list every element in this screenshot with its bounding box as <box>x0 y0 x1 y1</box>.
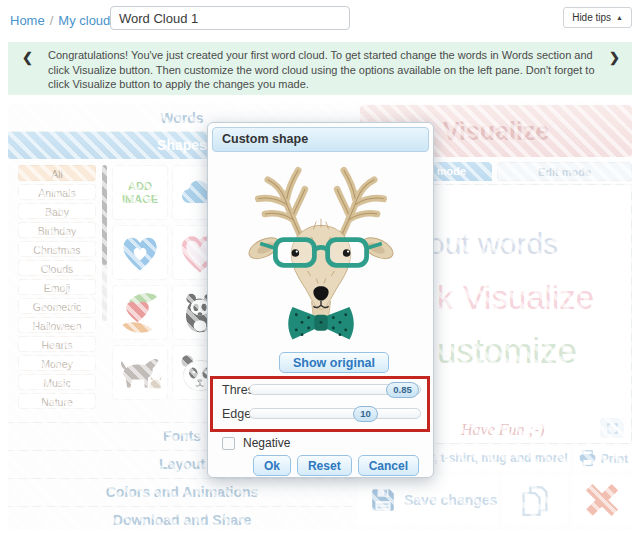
edges-slider-handle[interactable]: 10 <box>353 406 378 422</box>
breadcrumb-home-link[interactable]: Home <box>10 13 45 28</box>
canvas-word-have-fun: Have Fun ;-) <box>461 421 545 439</box>
custom-shape-dialog: Custom shape <box>207 122 434 478</box>
printer-icon <box>578 450 597 467</box>
reset-button[interactable]: Reset <box>297 455 352 476</box>
threshold-slider-track[interactable]: 0.85 <box>249 384 421 395</box>
edges-slider-track[interactable]: 10 <box>249 408 421 419</box>
hipster-deer-image <box>226 157 416 347</box>
canvas-word-fragment: ustomize <box>437 331 577 371</box>
category-item-animals[interactable]: Animals <box>18 184 96 200</box>
wordcloud-editor-page: Home/My clouds/ Hide tips ▲ ❮ Congratula… <box>0 0 640 548</box>
section-header-download-share[interactable]: Download and Share <box>8 506 356 533</box>
category-item-baby[interactable]: Baby <box>18 203 96 219</box>
breadcrumb-separator: / <box>50 13 54 28</box>
add-image-label: ADD IMAGE <box>113 180 167 206</box>
duplicate-button[interactable] <box>502 475 568 525</box>
threshold-slider-row: Threshold 0.85 <box>208 382 433 398</box>
category-item-halloween[interactable]: Halloween <box>18 317 96 333</box>
chevron-up-icon: ▲ <box>616 14 623 21</box>
section-header-colors-animations[interactable]: Colors and Animations <box>8 478 356 505</box>
category-item-money[interactable]: Money <box>18 355 96 371</box>
blue-heart-shape-icon <box>119 233 161 273</box>
save-changes-label: Save changes <box>404 492 497 508</box>
category-item-nature[interactable]: Nature <box>18 393 96 409</box>
shape-tile-blue-heart[interactable] <box>112 225 168 280</box>
negative-checkbox[interactable] <box>222 437 235 450</box>
copy-pages-icon <box>520 484 550 516</box>
hands-heart-shape-icon <box>119 290 161 336</box>
shape-tile-hands-heart[interactable] <box>112 285 168 340</box>
negative-label: Negative <box>243 436 290 450</box>
tab-edit-mode[interactable]: Edit mode <box>497 162 632 181</box>
ok-button[interactable]: Ok <box>253 455 291 476</box>
tip-prev-arrow[interactable]: ❮ <box>22 50 33 65</box>
expand-icon <box>606 422 619 435</box>
canvas-word-fragment: k Visualize <box>437 279 594 317</box>
category-item-all[interactable]: All <box>18 165 96 181</box>
save-changes-button[interactable]: Save changes <box>358 475 498 525</box>
print-label: Print <box>601 452 628 466</box>
shape-category-list: All Animals Baby Birthday Christmas Clou… <box>18 165 96 412</box>
hide-tips-label: Hide tips <box>572 12 611 23</box>
red-x-icon <box>586 484 618 516</box>
dialog-title: Custom shape <box>212 127 429 152</box>
cancel-button[interactable]: Cancel <box>358 455 419 476</box>
cloud-title-input[interactable] <box>110 6 350 30</box>
tip-next-arrow[interactable]: ❯ <box>609 50 620 65</box>
show-original-button[interactable]: Show original <box>279 352 389 373</box>
category-scrollbar <box>102 165 107 321</box>
fullscreen-button[interactable] <box>600 418 624 438</box>
add-image-tile[interactable]: ADD IMAGE <box>112 165 168 220</box>
edges-slider-row: Edges 10 <box>208 406 433 422</box>
breadcrumb-my-clouds-link[interactable]: My clouds <box>58 13 117 28</box>
category-item-geometric[interactable]: Geometric <box>18 298 96 314</box>
print-button[interactable]: Print <box>574 446 632 471</box>
floppy-disk-icon <box>370 487 396 513</box>
tip-text: Congratulations! You've just created you… <box>48 48 600 92</box>
canvas-word-fragment: out words <box>428 227 558 261</box>
dog-shape-icon <box>116 353 164 393</box>
threshold-slider-handle[interactable]: 0.85 <box>386 382 419 398</box>
category-item-hearts[interactable]: Hearts <box>18 336 96 352</box>
category-item-clouds[interactable]: Clouds <box>18 260 96 276</box>
dialog-footer: Ok Reset Cancel <box>253 455 419 476</box>
category-item-christmas[interactable]: Christmas <box>18 241 96 257</box>
shape-preview <box>224 155 418 349</box>
category-scrollbar-thumb[interactable] <box>102 165 107 265</box>
category-item-music[interactable]: Music <box>18 374 96 390</box>
tips-banner: ❮ Congratulations! You've just created y… <box>8 42 632 95</box>
category-item-birthday[interactable]: Birthday <box>18 222 96 238</box>
negative-option-row: Negative <box>222 436 290 450</box>
shape-tile-dog[interactable] <box>112 345 168 400</box>
hide-tips-button[interactable]: Hide tips ▲ <box>563 7 632 28</box>
delete-button[interactable] <box>572 475 632 525</box>
category-item-emoji[interactable]: Emoji <box>18 279 96 295</box>
